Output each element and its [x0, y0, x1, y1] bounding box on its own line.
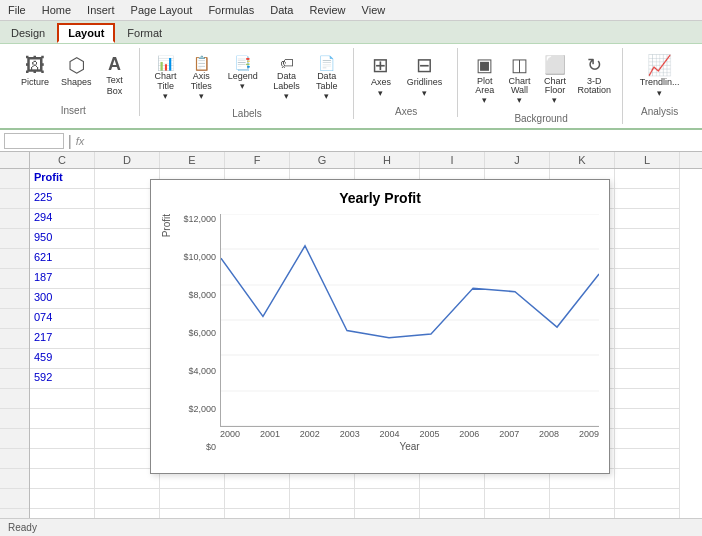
grid-cell[interactable]: [615, 409, 680, 429]
chart-floor-button[interactable]: ⬜ ChartFloor ▾: [537, 52, 572, 109]
row-header-4: [0, 229, 29, 249]
picture-button[interactable]: 🖼 Picture: [16, 52, 54, 91]
row-header-5: [0, 249, 29, 269]
cell-value[interactable]: 459: [30, 349, 95, 369]
cell-value[interactable]: 187: [30, 269, 95, 289]
menu-page-layout[interactable]: Page Layout: [123, 2, 201, 18]
shapes-button[interactable]: ⬡ Shapes: [56, 52, 97, 91]
cell-value[interactable]: 950: [30, 229, 95, 249]
cell-value[interactable]: 300: [30, 289, 95, 309]
menu-file[interactable]: File: [0, 2, 34, 18]
axes-group-label: Axes: [395, 106, 417, 117]
chart-wall-button[interactable]: ◫ ChartWall ▾: [503, 52, 535, 109]
grid-cell[interactable]: [30, 409, 95, 429]
status-text: Ready: [8, 522, 37, 533]
grid-cell[interactable]: [160, 489, 225, 509]
menu-home[interactable]: Home: [34, 2, 79, 18]
analysis-buttons: 📈 Trendlin... ▾: [633, 48, 686, 102]
grid-cell[interactable]: [615, 449, 680, 469]
menu-formulas[interactable]: Formulas: [200, 2, 262, 18]
trendline-button[interactable]: 📈 Trendlin... ▾: [633, 52, 686, 102]
grid-cell[interactable]: [615, 289, 680, 309]
grid-cell[interactable]: [290, 489, 355, 509]
axis-titles-button[interactable]: 📋 AxisTitles ▾: [184, 52, 220, 104]
row-header-11: [0, 369, 29, 389]
textbox-button[interactable]: A TextBox: [99, 52, 131, 100]
tab-format[interactable]: Format: [116, 23, 173, 43]
grid-cell[interactable]: [30, 429, 95, 449]
grid-cell[interactable]: [615, 229, 680, 249]
gridlines-button[interactable]: ⊟ Gridlines ▾: [400, 52, 449, 102]
grid-cell[interactable]: [95, 489, 160, 509]
chart-container[interactable]: Yearly Profit Profit $12,000 $10,000 $8,…: [150, 179, 610, 474]
menu-view[interactable]: View: [354, 2, 394, 18]
row-header-2: [0, 189, 29, 209]
chart-main-area: 2000 2001 2002 2003 2004 2005 2006 2007 …: [220, 214, 599, 452]
axis-titles-icon: 📋: [193, 55, 210, 72]
grid-area: Profit 225 294: [30, 169, 702, 536]
x-label-2009: 2009: [579, 429, 599, 439]
col-header-d: D: [95, 152, 160, 168]
cell-profit-label[interactable]: Profit: [30, 169, 95, 189]
grid-cell[interactable]: [355, 489, 420, 509]
data-labels-button[interactable]: 🏷 DataLabels ▾: [266, 52, 306, 104]
y-tick-12000: $12,000: [176, 214, 216, 224]
gridlines-icon: ⊟: [416, 55, 433, 75]
grid-cell[interactable]: [485, 489, 550, 509]
grid-cell[interactable]: [615, 309, 680, 329]
row-header-3: [0, 209, 29, 229]
cell-value[interactable]: 225: [30, 189, 95, 209]
ribbon-content: 🖼 Picture ⬡ Shapes A TextBox Insert 📊: [0, 43, 702, 128]
grid-cell[interactable]: [615, 209, 680, 229]
grid-cell[interactable]: [615, 369, 680, 389]
grid-cell[interactable]: [615, 469, 680, 489]
scroll-area: Profit 225 294: [0, 169, 702, 536]
grid-cell[interactable]: [615, 189, 680, 209]
grid-cell[interactable]: [615, 249, 680, 269]
separator: |: [68, 133, 72, 149]
col-header-l: L: [615, 152, 680, 168]
cell-value[interactable]: 217: [30, 329, 95, 349]
grid-cell[interactable]: [615, 329, 680, 349]
cell-value[interactable]: 621: [30, 249, 95, 269]
cell-value[interactable]: 074: [30, 309, 95, 329]
ribbon-tabs: Design Layout Format: [0, 21, 702, 43]
grid-cell[interactable]: [615, 349, 680, 369]
menu-data[interactable]: Data: [262, 2, 301, 18]
tab-layout[interactable]: Layout: [57, 23, 115, 43]
grid-cell[interactable]: [30, 489, 95, 509]
name-box[interactable]: [4, 133, 64, 149]
grid-cell[interactable]: [615, 269, 680, 289]
grid-cell[interactable]: [615, 489, 680, 509]
grid-cell[interactable]: [30, 389, 95, 409]
axes-button[interactable]: ⊞ Axes ▾: [364, 52, 399, 102]
cell-value[interactable]: 592: [30, 369, 95, 389]
grid-cell[interactable]: [615, 429, 680, 449]
y-axis-container: Profit: [161, 214, 174, 452]
menu-review[interactable]: Review: [301, 2, 353, 18]
textbox-label: TextBox: [106, 75, 123, 97]
tab-design[interactable]: Design: [0, 23, 56, 43]
grid-cell[interactable]: [615, 389, 680, 409]
grid-cell[interactable]: [550, 489, 615, 509]
chart-wall-label: ChartWall ▾: [508, 77, 530, 107]
legend-icon: 📑: [234, 55, 251, 72]
y-tick-8000: $8,000: [176, 290, 216, 300]
data-table-button[interactable]: 📄 DataTable ▾: [309, 52, 345, 104]
legend-button[interactable]: 📑 Legend ▾: [221, 52, 264, 95]
menu-bar: File Home Insert Page Layout Formulas Da…: [0, 0, 702, 21]
grid-cell[interactable]: [615, 169, 680, 189]
grid-cell[interactable]: [420, 489, 485, 509]
menu-insert[interactable]: Insert: [79, 2, 123, 18]
cell-value[interactable]: 294: [30, 209, 95, 229]
grid-cell[interactable]: [30, 469, 95, 489]
grid-cell[interactable]: [225, 489, 290, 509]
data-table-label: DataTable ▾: [314, 72, 340, 102]
grid-cell[interactable]: [30, 449, 95, 469]
labels-group-label: Labels: [232, 108, 261, 119]
formula-input[interactable]: [88, 135, 698, 147]
plot-area-button[interactable]: ▣ PlotArea ▾: [468, 52, 502, 109]
status-bar: Ready: [0, 518, 702, 536]
chart-title-button[interactable]: 📊 ChartTitle ▾: [150, 52, 182, 104]
3d-rotation-button[interactable]: ↻ 3-DRotation: [574, 52, 614, 99]
